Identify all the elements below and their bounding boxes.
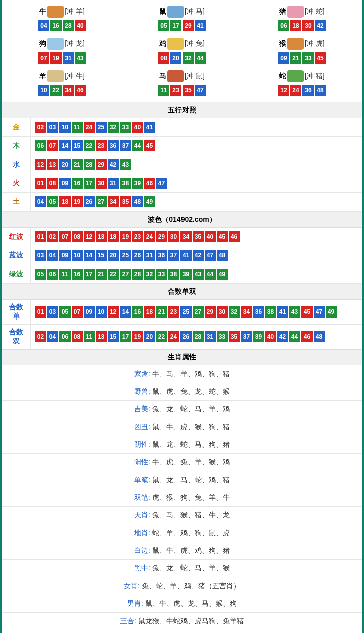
row-numbers: 06071415222336374445	[30, 137, 362, 155]
number-ball: 03	[47, 122, 58, 133]
number-ball: 12	[84, 231, 95, 242]
number-ball: 38	[168, 269, 179, 280]
number-ball: 43	[75, 52, 86, 64]
zodiac-cell: 猪 [冲 蛇] 06183042	[242, 3, 362, 35]
number-ball: 02	[35, 122, 46, 133]
number-ball: 17	[170, 20, 181, 31]
number-ball: 08	[158, 52, 169, 64]
zodiac-name: 牛	[39, 7, 46, 16]
number-ball: 49	[326, 306, 337, 318]
number-ball: 49	[217, 269, 228, 280]
zodiac-numbers: 10223446	[2, 84, 122, 96]
attr-value: 鼠、虎、兔、龙、蛇、猴	[152, 387, 230, 395]
row-numbers: 0204060811131517192022242628313335373940…	[30, 325, 362, 349]
row-numbers: 0102070812131819232429303435404546	[30, 228, 362, 246]
row-numbers: 05061116172122272832333839434449	[30, 265, 362, 284]
number-ball: 44	[289, 331, 300, 342]
row-label: 土	[2, 193, 30, 212]
number-ball: 48	[132, 196, 143, 207]
number-ball: 41	[277, 306, 288, 318]
zodiac-icon	[47, 6, 64, 18]
row-label: 蓝波	[2, 246, 30, 265]
zodiac-clash: [冲 马]	[185, 7, 205, 16]
zodiac-numbers: 09213345	[242, 52, 362, 64]
number-ball: 18	[59, 196, 71, 207]
number-ball: 14	[84, 250, 95, 261]
attr-row: 天肖: 兔、马、猴、猪、牛、龙	[2, 507, 362, 524]
zodiac-title: 猪 [冲 蛇]	[242, 6, 362, 18]
number-ball: 35	[120, 196, 131, 207]
zodiac-name: 狗	[39, 39, 46, 48]
number-ball: 06	[59, 331, 71, 342]
table-row: 水 1213202128294243	[2, 155, 362, 174]
number-ball: 38	[120, 178, 131, 189]
number-ball: 10	[72, 250, 83, 261]
number-ball: 09	[59, 250, 71, 261]
table-row: 金 02031011242532334041	[2, 118, 362, 137]
number-ball: 11	[59, 269, 71, 280]
number-ball: 23	[132, 231, 143, 242]
number-ball: 12	[35, 159, 46, 170]
attr-row: 单笔: 鼠、龙、马、蛇、鸡、猪	[2, 471, 362, 489]
attr-row: 双笔: 虎、猴、狗、兔、羊、牛	[2, 489, 362, 507]
number-ball: 33	[120, 122, 131, 133]
zodiac-numbers: 08203244	[122, 52, 242, 64]
number-ball: 31	[144, 250, 155, 261]
number-ball: 12	[108, 306, 119, 318]
number-ball: 25	[120, 250, 131, 261]
attr-label: 家禽:	[134, 370, 150, 378]
number-ball: 08	[72, 231, 83, 242]
number-ball: 30	[217, 306, 228, 318]
number-ball: 35	[193, 231, 204, 242]
zodiac-numbers: 07193143	[2, 52, 122, 64]
zodiac-icon	[167, 38, 184, 50]
number-ball: 21	[96, 269, 107, 280]
number-ball: 39	[253, 331, 264, 342]
attr-value: 牛、马、羊、鸡、狗、猪	[152, 370, 230, 378]
number-ball: 23	[96, 140, 107, 151]
number-ball: 27	[193, 306, 204, 318]
attr-row: 地肖: 蛇、羊、鸡、狗、鼠、虎	[2, 524, 362, 542]
number-ball: 33	[156, 269, 167, 280]
number-ball: 04	[47, 331, 58, 342]
number-ball: 05	[47, 196, 58, 207]
zodiac-icon	[167, 70, 184, 82]
number-ball: 20	[59, 159, 71, 170]
row-numbers: 02031011242532334041	[30, 118, 362, 137]
number-ball: 47	[314, 306, 325, 318]
number-ball: 07	[47, 140, 58, 151]
number-ball: 37	[241, 331, 252, 342]
zodiac-title: 羊 [冲 牛]	[2, 70, 122, 82]
number-ball: 33	[302, 52, 314, 64]
attr-value: 虎、猴、狗、兔、羊、牛	[152, 493, 230, 501]
number-ball: 45	[217, 231, 228, 242]
row-label: 木	[2, 137, 30, 155]
number-ball: 48	[314, 331, 325, 342]
attr-label: 三合:	[120, 617, 136, 625]
number-ball: 11	[72, 122, 83, 133]
number-ball: 18	[290, 20, 301, 31]
zodiac-cell: 狗 [冲 龙] 07193143	[2, 35, 122, 67]
attr-row: 吉美: 兔、龙、蛇、马、羊、鸡	[2, 401, 362, 418]
number-ball: 34	[108, 196, 119, 207]
number-ball: 42	[277, 331, 288, 342]
number-ball: 27	[96, 196, 107, 207]
attr-label: 地肖:	[134, 529, 150, 537]
attr-label: 天肖:	[134, 511, 150, 519]
number-ball: 41	[144, 122, 155, 133]
number-ball: 36	[302, 85, 314, 96]
attr-row: 家禽: 牛、马、羊、鸡、狗、猪	[2, 365, 362, 383]
attr-cell: 黑中: 兔、龙、蛇、马、羊、猴	[2, 560, 362, 577]
row-numbers: 04051819262734354849	[30, 193, 362, 212]
attr-value: 鼠、牛、虎、龙、马、猴、狗	[145, 599, 237, 607]
zodiac-title: 蛇 [冲 猪]	[242, 70, 362, 82]
number-ball: 29	[183, 20, 194, 31]
attr-cell: 天肖: 兔、马、猴、猪、牛、龙	[2, 507, 362, 524]
zodiac-cell: 鸡 [冲 兔] 08203244	[122, 35, 242, 67]
attr-row: 六合: 鼠牛、龙鸡、虎猪、蛇猴、兔狗、马羊	[2, 630, 362, 634]
number-ball: 49	[144, 196, 155, 207]
number-ball: 20	[144, 331, 155, 342]
number-ball: 06	[47, 269, 58, 280]
number-ball: 47	[195, 85, 206, 96]
number-ball: 17	[84, 269, 95, 280]
